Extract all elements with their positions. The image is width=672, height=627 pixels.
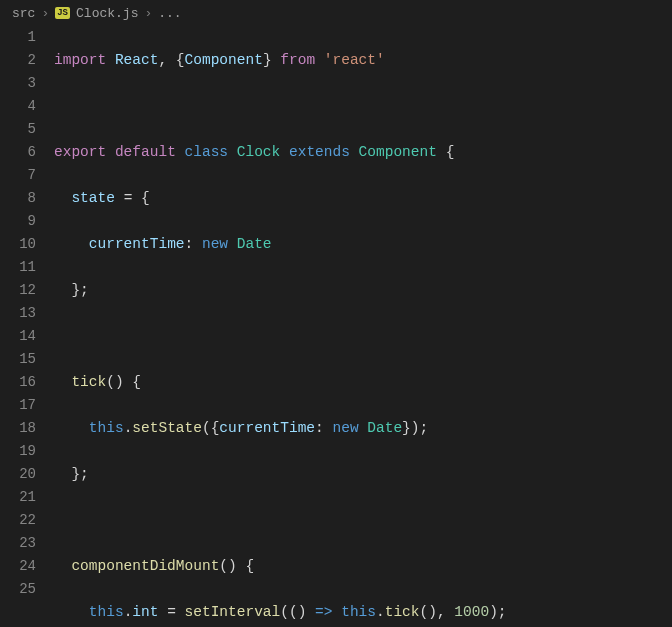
code-line: state = { [54, 187, 672, 210]
line-number: 5 [0, 118, 36, 141]
chevron-right-icon: › [41, 6, 49, 21]
code-line: }; [54, 279, 672, 302]
line-number: 17 [0, 394, 36, 417]
code-line: componentDidMount() { [54, 555, 672, 578]
line-number: 22 [0, 509, 36, 532]
line-number: 15 [0, 348, 36, 371]
line-number: 11 [0, 256, 36, 279]
js-file-icon: JS [55, 7, 70, 19]
code-line: this.int = setInterval(() => this.tick()… [54, 601, 672, 624]
breadcrumb-file[interactable]: Clock.js [76, 6, 138, 21]
line-number: 14 [0, 325, 36, 348]
line-number: 24 [0, 555, 36, 578]
line-number: 8 [0, 187, 36, 210]
line-number: 18 [0, 417, 36, 440]
code-line: export default class Clock extends Compo… [54, 141, 672, 164]
code-content[interactable]: import React, {Component} from 'react' e… [54, 26, 672, 627]
line-number: 7 [0, 164, 36, 187]
line-number: 23 [0, 532, 36, 555]
code-line [54, 325, 672, 348]
code-line: this.setState({currentTime: new Date}); [54, 417, 672, 440]
line-number: 16 [0, 371, 36, 394]
code-line [54, 95, 672, 118]
code-line [54, 509, 672, 532]
line-number-gutter: 1 2 3 4 5 6 7 8 9 10 11 12 13 14 15 16 1… [0, 26, 54, 627]
code-editor[interactable]: 1 2 3 4 5 6 7 8 9 10 11 12 13 14 15 16 1… [0, 26, 672, 627]
line-number: 13 [0, 302, 36, 325]
code-line: }; [54, 463, 672, 486]
code-line: tick() { [54, 371, 672, 394]
breadcrumb-ellipsis[interactable]: ... [158, 6, 181, 21]
line-number: 19 [0, 440, 36, 463]
chevron-right-icon: › [144, 6, 152, 21]
line-number: 3 [0, 72, 36, 95]
line-number: 2 [0, 49, 36, 72]
line-number: 4 [0, 95, 36, 118]
line-number: 25 [0, 578, 36, 601]
code-line: currentTime: new Date [54, 233, 672, 256]
line-number: 10 [0, 233, 36, 256]
line-number: 20 [0, 463, 36, 486]
breadcrumb-folder[interactable]: src [12, 6, 35, 21]
line-number: 6 [0, 141, 36, 164]
line-number: 12 [0, 279, 36, 302]
code-line: import React, {Component} from 'react' [54, 49, 672, 72]
line-number: 1 [0, 26, 36, 49]
line-number: 9 [0, 210, 36, 233]
line-number: 21 [0, 486, 36, 509]
breadcrumb[interactable]: src › JS Clock.js › ... [0, 0, 672, 26]
